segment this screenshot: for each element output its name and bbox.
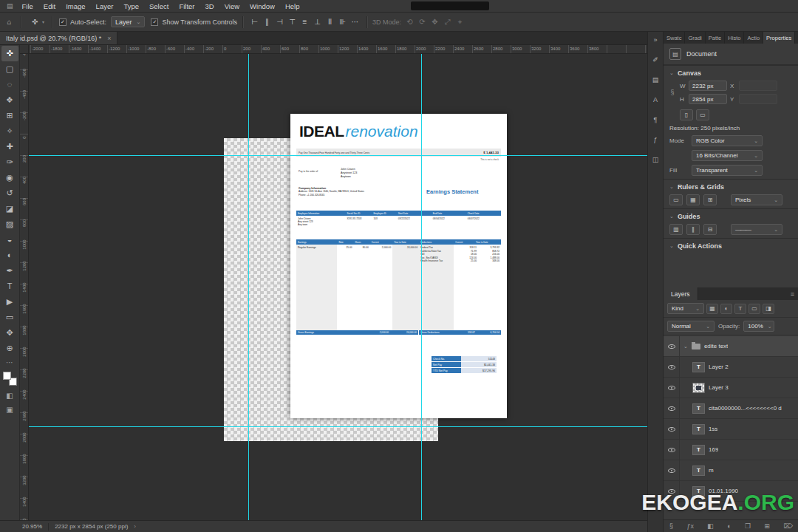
tool-preset-button[interactable]: ✜ ▾ (27, 16, 47, 29)
align-middle-icon[interactable]: ≡ (299, 16, 311, 29)
layer-visibility-toggle[interactable] (664, 419, 680, 439)
clear-guides-icon[interactable]: ⊟ (703, 224, 717, 235)
layer-thumbnail[interactable] (692, 383, 705, 393)
path-selection-tool[interactable]: ▶ (1, 294, 18, 310)
move-tool[interactable]: ✜ (1, 46, 18, 61)
eyedropper-tool[interactable]: ✧ (1, 123, 18, 139)
panel-tab[interactable]: Histo (725, 32, 744, 44)
layer-thumbnail[interactable]: T (692, 466, 705, 476)
layer-visibility-toggle[interactable] (664, 460, 680, 480)
layer-row[interactable]: ⌄ T 1ss (664, 419, 798, 440)
align-right-icon[interactable]: ⊣ (273, 16, 286, 29)
layer-row[interactable]: ⌄ T cita0000000...<<<<<<<<0 d (664, 398, 798, 419)
panel-tab[interactable]: Swatc (664, 32, 685, 44)
eraser-tool[interactable]: ◪ (1, 201, 18, 216)
layer-effects-icon[interactable]: ƒx (686, 522, 694, 530)
glyphs-panel-icon[interactable]: ƒ (649, 134, 662, 146)
home-icon[interactable]: ⌂ (3, 16, 16, 29)
grid-icon[interactable]: ▦ (686, 194, 700, 205)
new-adjustment-layer-icon[interactable]: ◐ (727, 522, 731, 530)
guides-header[interactable]: ⌄ Guides (669, 213, 793, 220)
opacity-dropdown[interactable]: 100% ⌄ (743, 321, 774, 332)
layer-thumbnail[interactable]: T (692, 424, 705, 434)
bit-depth-dropdown[interactable]: 16 Bits/Channel ⌄ (692, 150, 763, 161)
menu-item[interactable]: 3D (200, 2, 219, 10)
menu-item[interactable]: Filter (174, 2, 200, 10)
gradient-tool[interactable]: ▨ (1, 216, 18, 232)
new-layer-icon[interactable]: ⊞ (764, 522, 770, 530)
height-field[interactable]: 2854 px (689, 94, 727, 104)
new-guide-icon[interactable]: ▥ (669, 224, 683, 235)
filter-shape-layers-icon[interactable]: ▭ (748, 304, 760, 314)
brush-tool[interactable]: ✑ (1, 154, 18, 170)
blur-tool[interactable]: ◒ (1, 232, 18, 248)
vertical-ruler[interactable]: -800-600-400-200020040060080010001200140… (20, 54, 29, 520)
filter-adjustment-layers-icon[interactable]: ◐ (720, 304, 732, 314)
quick-selection-tool[interactable]: ❖ (1, 92, 18, 108)
distribute-horizontal-icon[interactable]: ⫴ (324, 16, 336, 29)
marquee-tool[interactable]: ▢ (1, 61, 18, 77)
menu-item[interactable]: Window (245, 2, 280, 10)
width-field[interactable]: 2232 px (689, 81, 727, 91)
menu-item[interactable]: Image (61, 2, 90, 10)
align-bottom-icon[interactable]: ⊥ (311, 16, 324, 29)
guide-layout-icon[interactable]: ∥ (686, 224, 700, 235)
layer-thumbnail[interactable]: T (692, 362, 705, 372)
clone-stamp-tool[interactable]: ◉ (1, 170, 18, 185)
menu-item[interactable]: View (219, 2, 245, 10)
link-dimensions-icon[interactable]: § (669, 81, 675, 104)
screen-mode-icon[interactable]: ▣ (6, 406, 13, 414)
more-align-options-icon[interactable]: ⋯ (349, 16, 361, 29)
3d-scale-icon[interactable]: ⌖ (454, 16, 466, 29)
panel-tab[interactable]: Actio (744, 32, 763, 44)
3d-slide-icon[interactable]: ⤢ (441, 16, 454, 29)
layer-mask-icon[interactable]: ◧ (707, 522, 714, 530)
layer-row[interactable]: ⌄ T m (664, 460, 798, 481)
layer-visibility-toggle[interactable] (664, 357, 680, 377)
swatches-panel-icon[interactable]: ▤ (649, 74, 662, 86)
panel-tab[interactable]: Properties (763, 32, 795, 44)
paragraph-panel-icon[interactable]: ¶ (649, 114, 662, 126)
ruler-units-dropdown[interactable]: Pixels ⌄ (731, 194, 782, 205)
layer-visibility-toggle[interactable] (664, 336, 680, 356)
status-options-icon[interactable]: › (134, 523, 136, 530)
vertical-guide[interactable] (248, 54, 249, 520)
menu-item[interactable]: Edit (38, 2, 61, 10)
3d-roll-icon[interactable]: ⟳ (416, 16, 429, 29)
menu-item[interactable]: Type (118, 2, 144, 10)
rulers-grids-header[interactable]: ⌄ Rulers & Grids (669, 183, 793, 191)
layer-thumbnail[interactable]: T (692, 403, 705, 414)
3d-drag-icon[interactable]: ✥ (429, 16, 441, 29)
guide-style-dropdown[interactable]: ——— ⌄ (731, 224, 782, 235)
close-tab-icon[interactable]: × (107, 35, 111, 42)
panel-menu-icon[interactable]: ≡ (791, 290, 794, 298)
distribute-vertical-icon[interactable]: ⊪ (336, 16, 349, 29)
type-tool[interactable]: T (1, 279, 18, 294)
zoom-tool[interactable]: ⊕ (1, 341, 18, 356)
filter-smart-objects-icon[interactable]: ◨ (763, 304, 774, 314)
snap-icon[interactable]: ⊞ (703, 194, 717, 205)
panel-tab[interactable]: Patte (706, 32, 726, 44)
crop-tool[interactable]: ⊞ (1, 108, 18, 123)
auto-select-target-dropdown[interactable]: Layer ⌄ (111, 16, 145, 27)
panel-tab[interactable]: Gradi (685, 32, 705, 44)
filter-kind-dropdown[interactable]: Kind ⌄ (667, 303, 704, 314)
foreground-color-swatch[interactable] (3, 372, 11, 380)
shape-tool[interactable]: ▭ (1, 310, 18, 325)
blend-mode-dropdown[interactable]: Normal ⌄ (667, 321, 715, 332)
menu-item[interactable]: Help (280, 2, 305, 10)
horizontal-ruler[interactable]: -2000-1800-1600-1400-1200-1000-800-600-4… (29, 45, 647, 54)
portrait-orientation-button[interactable]: ▯ (680, 109, 693, 120)
align-center-horizontal-icon[interactable]: ∥ (261, 16, 273, 29)
layer-visibility-toggle[interactable] (664, 440, 680, 460)
layer-visibility-toggle[interactable] (664, 398, 680, 418)
canvas-fill-dropdown[interactable]: Transparent ⌄ (692, 165, 763, 176)
pen-tool[interactable]: ✒ (1, 263, 18, 279)
libraries-panel-icon[interactable]: ◫ (649, 154, 662, 166)
filter-pixel-layers-icon[interactable]: ▦ (706, 304, 718, 314)
3d-rotate-icon[interactable]: ⟲ (403, 16, 416, 29)
character-panel-icon[interactable]: A (649, 94, 662, 106)
collapse-panels-icon[interactable]: » (649, 34, 662, 46)
landscape-orientation-button[interactable]: ▭ (696, 109, 709, 120)
vertical-guide[interactable] (421, 54, 422, 520)
